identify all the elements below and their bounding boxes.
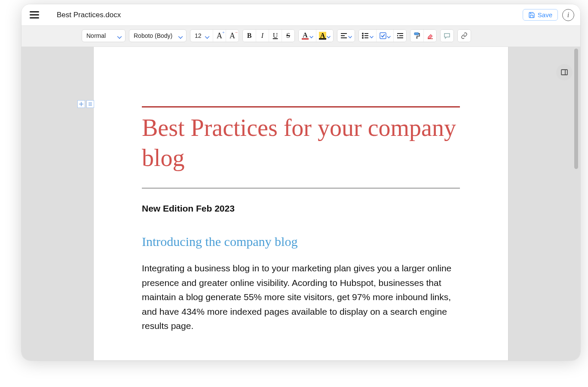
indent-button[interactable] (393, 30, 406, 42)
svg-point-3 (362, 33, 363, 34)
link-button[interactable] (458, 30, 471, 42)
title-rule-bottom (142, 188, 460, 188)
title-rule-top (142, 106, 460, 108)
color-group: A A (298, 29, 334, 42)
list-group (358, 29, 407, 42)
decrease-font-button[interactable]: A− (226, 30, 239, 42)
bold-button[interactable]: B (243, 30, 256, 42)
formatting-toolbar: Normal Roboto (Body) 12 A+ A− B I U S A (21, 26, 580, 47)
link-icon (461, 32, 468, 39)
save-button[interactable]: Save (523, 9, 558, 21)
style-select-group: Normal (82, 29, 126, 42)
italic-button[interactable]: I (256, 30, 269, 42)
outline-icon (88, 101, 93, 107)
app-window: Best Practices.docx Save i Normal Roboto… (21, 4, 580, 360)
clear-format-button[interactable] (423, 30, 436, 42)
align-left-icon (340, 33, 347, 39)
font-select-group: Roboto (Body) (129, 29, 187, 42)
svg-rect-21 (561, 70, 567, 75)
increase-font-button[interactable]: A+ (213, 30, 226, 42)
save-label: Save (538, 11, 552, 18)
checklist-icon (380, 32, 386, 39)
document-workspace[interactable]: Best Practices for your company blog New… (21, 47, 580, 360)
underline-button[interactable]: U (269, 30, 282, 42)
format-painter-button[interactable] (410, 30, 423, 42)
document-page[interactable]: Best Practices for your company blog New… (94, 47, 508, 360)
font-color-button[interactable]: A (299, 30, 316, 42)
margin-controls (77, 100, 94, 108)
menu-icon[interactable] (28, 8, 41, 22)
svg-point-7 (362, 37, 363, 38)
edition-note[interactable]: New Edition Feb 2023 (142, 203, 460, 214)
strikethrough-button[interactable]: S (282, 30, 294, 42)
plus-icon (79, 101, 84, 107)
font-size-select[interactable]: 12 (190, 30, 213, 42)
svg-rect-14 (416, 37, 417, 39)
comment-button[interactable] (441, 30, 453, 42)
paragraph-style-select[interactable]: Normal (82, 30, 125, 42)
text-style-group: B I U S (242, 29, 295, 42)
section-heading[interactable]: Introducing the company blog (142, 234, 460, 249)
insert-group-2 (457, 29, 471, 42)
document-title: Best Practices.docx (57, 11, 121, 19)
highlight-color-button[interactable]: A (316, 30, 333, 42)
format-group (410, 29, 437, 42)
font-size-group: 12 A+ A− (190, 29, 239, 42)
list-icon (362, 33, 369, 39)
indent-icon (397, 33, 404, 39)
checklist-button[interactable] (376, 30, 393, 42)
bullet-list-button[interactable] (359, 30, 376, 42)
svg-rect-9 (380, 33, 386, 39)
outline-button[interactable] (86, 100, 94, 108)
font-family-select[interactable]: Roboto (Body) (129, 30, 186, 42)
align-button[interactable] (337, 30, 355, 42)
svg-rect-13 (414, 33, 419, 35)
side-panel-toggle[interactable] (556, 64, 573, 80)
paint-roller-icon (413, 32, 420, 39)
panel-icon (560, 68, 568, 76)
comment-icon (444, 32, 450, 39)
document-heading[interactable]: Best Practices for your company blog (142, 113, 460, 173)
insert-group-1 (440, 29, 454, 42)
add-block-button[interactable] (77, 100, 85, 108)
body-paragraph[interactable]: Integrating a business blog in to your m… (142, 261, 460, 333)
svg-point-5 (362, 35, 363, 36)
info-button[interactable]: i (562, 9, 574, 21)
eraser-icon (427, 32, 434, 39)
info-icon: i (567, 11, 569, 19)
align-group (337, 29, 355, 42)
scrollbar-thumb[interactable] (574, 49, 578, 169)
save-icon (528, 12, 535, 18)
header-bar: Best Practices.docx Save i (21, 4, 580, 26)
